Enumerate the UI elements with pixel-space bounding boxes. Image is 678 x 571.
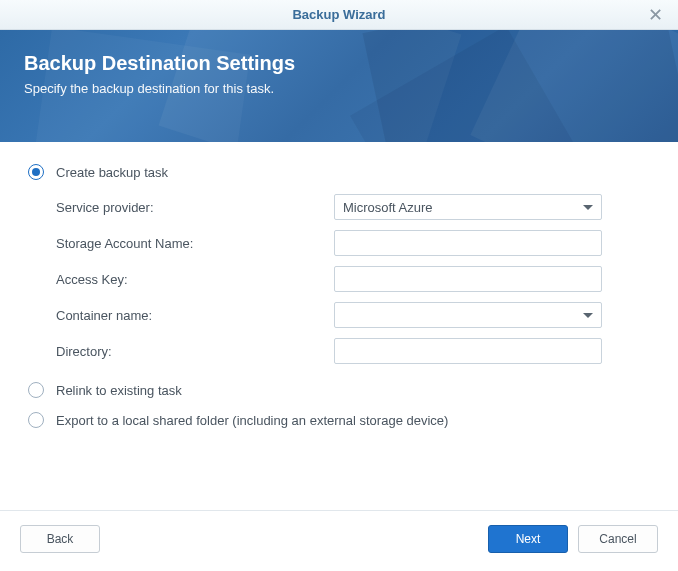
wizard-window: Backup Wizard ✕ Backup Destination Setti… <box>0 0 678 571</box>
input-directory[interactable] <box>334 338 602 364</box>
label-service-provider: Service provider: <box>56 200 334 215</box>
cancel-button[interactable]: Cancel <box>578 525 658 553</box>
chevron-down-icon <box>583 313 593 318</box>
row-service-provider: Service provider: Microsoft Azure <box>56 194 650 220</box>
create-backup-form: Service provider: Microsoft Azure Storag… <box>56 194 650 364</box>
row-access-key: Access Key: <box>56 266 650 292</box>
radio-icon <box>28 164 44 180</box>
wizard-body: Create backup task Service provider: Mic… <box>0 142 678 510</box>
option-label: Create backup task <box>56 165 168 180</box>
label-directory: Directory: <box>56 344 334 359</box>
option-label: Export to a local shared folder (includi… <box>56 413 448 428</box>
back-button[interactable]: Back <box>20 525 100 553</box>
row-directory: Directory: <box>56 338 650 364</box>
option-export[interactable]: Export to a local shared folder (includi… <box>28 412 650 428</box>
radio-icon <box>28 382 44 398</box>
option-label: Relink to existing task <box>56 383 182 398</box>
row-container-name: Container name: <box>56 302 650 328</box>
option-create-backup[interactable]: Create backup task <box>28 164 650 180</box>
input-storage-account[interactable] <box>334 230 602 256</box>
close-icon[interactable]: ✕ <box>640 0 670 30</box>
label-access-key: Access Key: <box>56 272 334 287</box>
next-button[interactable]: Next <box>488 525 568 553</box>
combo-service-provider[interactable]: Microsoft Azure <box>334 194 602 220</box>
input-access-key[interactable] <box>334 266 602 292</box>
banner-subheading: Specify the backup destination for this … <box>24 81 654 96</box>
footer: Back Next Cancel <box>0 510 678 571</box>
titlebar: Backup Wizard ✕ <box>0 0 678 30</box>
radio-icon <box>28 412 44 428</box>
row-storage-account: Storage Account Name: <box>56 230 650 256</box>
combo-value: Microsoft Azure <box>343 200 433 215</box>
banner: Backup Destination Settings Specify the … <box>0 30 678 142</box>
banner-heading: Backup Destination Settings <box>24 52 654 75</box>
option-relink[interactable]: Relink to existing task <box>28 382 650 398</box>
window-title: Backup Wizard <box>292 7 385 22</box>
label-storage-account: Storage Account Name: <box>56 236 334 251</box>
chevron-down-icon <box>583 205 593 210</box>
label-container-name: Container name: <box>56 308 334 323</box>
combo-container-name[interactable] <box>334 302 602 328</box>
